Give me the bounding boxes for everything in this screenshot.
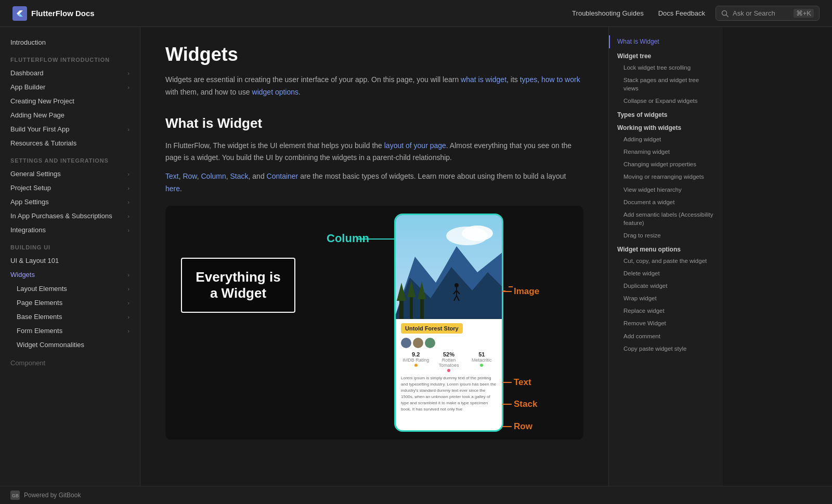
footer-label: Powered by GitBook xyxy=(24,492,81,499)
sidebar-section-flutterflow-intro: FLUTTERFLOW INTRODUCTION xyxy=(0,49,140,66)
sidebar-item-general-settings[interactable]: General Settings› xyxy=(0,167,140,181)
stat-imdb: 9.2 IMDB Rating xyxy=(401,351,431,372)
avatar-1 xyxy=(401,338,411,348)
link-how-to-work[interactable]: how to work xyxy=(541,75,580,84)
link-widget-options[interactable]: widget options xyxy=(252,88,299,96)
sidebar-section-settings: SETTINGS AND INTEGRATIONS xyxy=(0,150,140,167)
toc-what-is-widget[interactable]: What is Widget xyxy=(609,35,723,48)
toc-add-comment[interactable]: Add comment xyxy=(609,330,723,342)
search-icon xyxy=(721,10,729,17)
toc-cut-copy-paste[interactable]: Cut, copy, and paste the widget xyxy=(609,255,723,267)
toc-widget-menu-options[interactable]: Widget menu options xyxy=(609,242,723,255)
sidebar-item-layout-elements[interactable]: Layout Elements› xyxy=(0,282,140,296)
toc-view-hierarchy[interactable]: View widget hierarchy xyxy=(609,183,723,196)
toc-lock-scrolling[interactable]: Lock widget tree scrolling xyxy=(609,61,723,74)
sidebar-item-creating-new-project[interactable]: Creating New Project xyxy=(0,94,140,108)
gitbook-icon: GB xyxy=(10,490,20,500)
toc-duplicate-widget[interactable]: Duplicate widget xyxy=(609,280,723,292)
toc-semantic-labels[interactable]: Add semantic labels (Accessibility featu… xyxy=(609,208,723,229)
sidebar-item-integrations[interactable]: Integrations› xyxy=(0,223,140,237)
toc-drag-resize[interactable]: Drag to resize xyxy=(609,229,723,242)
sidebar-item-base-elements[interactable]: Base Elements› xyxy=(0,310,140,324)
sidebar-item-form-elements[interactable]: Form Elements› xyxy=(0,324,140,338)
avatar-2 xyxy=(413,338,423,348)
toc-collapse-expand[interactable]: Collapse or Expand widgets xyxy=(609,95,723,107)
left-sidebar: Introduction FLUTTERFLOW INTRODUCTION Da… xyxy=(0,27,140,486)
sidebar-item-component[interactable]: Component xyxy=(0,356,140,370)
link-stack[interactable]: Stack xyxy=(230,172,249,180)
toc-document-widget[interactable]: Document a widget xyxy=(609,196,723,208)
sidebar-item-app-settings[interactable]: App Settings› xyxy=(0,195,140,209)
eiaw-box: Everything isa Widget xyxy=(181,258,295,313)
footer: GB Powered by GitBook xyxy=(0,486,832,504)
sidebar-item-widget-commonalities[interactable]: Widget Commonalities xyxy=(0,338,140,352)
sidebar-item-adding-new-page[interactable]: Adding New Page xyxy=(0,108,140,122)
sidebar-item-build-first-app[interactable]: Build Your First App› xyxy=(0,122,140,136)
sidebar-section-building-ui: BUILDING UI xyxy=(0,237,140,254)
svg-rect-12 xyxy=(420,297,424,319)
link-types[interactable]: types xyxy=(520,75,537,84)
diag-line-image xyxy=(509,286,513,287)
phone-image xyxy=(396,215,502,319)
link-what-is-widget[interactable]: what is widget xyxy=(461,75,506,84)
card-avatars xyxy=(401,338,497,348)
link-column[interactable]: Column xyxy=(201,172,226,180)
sidebar-item-introduction[interactable]: Introduction xyxy=(0,35,140,49)
stat-dot-imdb xyxy=(414,364,418,367)
right-toc: What is Widget Widget tree Lock widget t… xyxy=(608,27,723,486)
section-text-2: Text, Row, Column, Stack, and Container … xyxy=(165,170,583,195)
toc-working-widgets[interactable]: Working with widgets xyxy=(609,120,723,133)
link-container[interactable]: Container xyxy=(267,172,298,180)
toc-widget-tree[interactable]: Widget tree xyxy=(609,48,723,61)
sidebar-item-dashboard[interactable]: Dashboard› xyxy=(0,66,140,80)
link-row[interactable]: Row xyxy=(183,172,197,180)
phone-card: Untold Forest Story 9.2 IMDB Rating xyxy=(396,319,502,417)
stat-metacritic: 51 Metacritic xyxy=(467,351,497,372)
nav-docs-feedback[interactable]: Docs Feedback xyxy=(658,9,705,17)
section-text-1: In FlutterFlow, The widget is the UI ele… xyxy=(165,140,583,165)
link-text[interactable]: Text xyxy=(165,172,179,180)
toc-remove-widget[interactable]: Remove Widget xyxy=(609,317,723,329)
link-here[interactable]: here xyxy=(165,184,180,193)
toc-copy-paste-style[interactable]: Copy paste widget style xyxy=(609,342,723,355)
search-bar[interactable]: Ask or Search ⌘+K xyxy=(716,6,820,21)
sidebar-item-app-builder[interactable]: App Builder› xyxy=(0,80,140,94)
logo-area[interactable]: FlutterFlow Docs xyxy=(12,6,95,21)
toc-moving-rearranging[interactable]: Moving or rearranging widgets xyxy=(609,170,723,183)
svg-line-2 xyxy=(726,15,729,17)
lorem-text: Lorem ipsum is simply dummy text of the … xyxy=(401,375,497,413)
sidebar-item-project-setup[interactable]: Project Setup› xyxy=(0,181,140,195)
stats-row: 9.2 IMDB Rating 52% Rotten Tomatoes 51 M… xyxy=(401,351,497,372)
link-layout-of-page[interactable]: layout of your page xyxy=(384,141,446,150)
svg-point-5 xyxy=(462,226,493,241)
toc-renaming-widget[interactable]: Renaming widget xyxy=(609,145,723,158)
stat-dot-rotten xyxy=(447,369,450,372)
sidebar-item-resources-tutorials[interactable]: Resources & Tutorials xyxy=(0,136,140,150)
diag-label-row: Row xyxy=(514,421,532,432)
sidebar-item-page-elements[interactable]: Page Elements› xyxy=(0,296,140,310)
top-nav: FlutterFlow Docs Troubleshooting Guides … xyxy=(0,0,832,27)
toc-stack-pages[interactable]: Stack pages and widget tree views xyxy=(609,74,723,95)
sidebar-item-in-app-purchases[interactable]: In App Purchases & Subscriptions› xyxy=(0,209,140,223)
toc-replace-widget[interactable]: Replace widget xyxy=(609,304,723,317)
svg-rect-8 xyxy=(399,298,404,319)
toc-delete-widget[interactable]: Delete widget xyxy=(609,267,723,280)
stat-rotten: 52% Rotten Tomatoes xyxy=(434,351,463,372)
sidebar-item-widgets[interactable]: Widgets› xyxy=(0,268,140,282)
sidebar-item-ui-layout[interactable]: UI & Layout 101 xyxy=(0,254,140,268)
column-line xyxy=(358,238,395,240)
content-area: Widgets Widgets are essential in creatin… xyxy=(140,27,608,486)
toc-types-widgets[interactable]: Types of widgets xyxy=(609,107,723,120)
toc-adding-widget[interactable]: Adding widget xyxy=(609,133,723,145)
nav-troubleshooting[interactable]: Troubleshooting Guides xyxy=(572,9,644,17)
svg-rect-10 xyxy=(410,296,413,319)
toc-changing-props[interactable]: Changing widget properties xyxy=(609,158,723,170)
toc-wrap-widget[interactable]: Wrap widget xyxy=(609,292,723,304)
nav-links: Troubleshooting Guides Docs Feedback xyxy=(572,9,705,17)
svg-point-14 xyxy=(454,283,459,287)
search-placeholder: Ask or Search xyxy=(733,9,775,17)
stat-dot-metacritic xyxy=(480,364,483,367)
search-shortcut: ⌘+K xyxy=(794,9,814,18)
eiaw-text: Everything isa Widget xyxy=(194,269,282,301)
phone-mockup: Untold Forest Story 9.2 IMDB Rating xyxy=(394,214,503,432)
